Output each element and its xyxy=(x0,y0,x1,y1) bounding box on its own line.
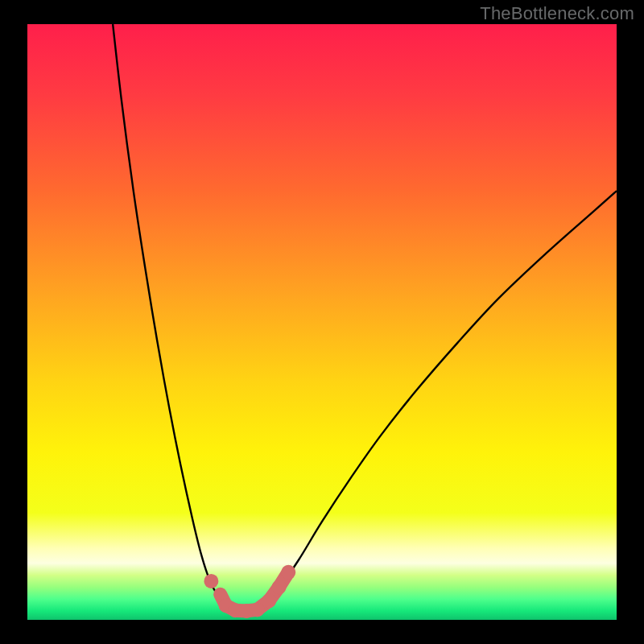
gradient-background xyxy=(27,24,617,620)
marker-dot xyxy=(272,580,287,594)
marker-dot xyxy=(250,602,264,617)
marker-dot xyxy=(281,565,295,580)
watermark-text: TheBottleneck.com xyxy=(480,3,634,24)
marker-dot xyxy=(204,574,218,588)
marker-dot xyxy=(262,593,276,608)
chart-container: { "watermark": "TheBottleneck.com", "cha… xyxy=(0,0,644,644)
bottleneck-chart xyxy=(0,0,644,644)
